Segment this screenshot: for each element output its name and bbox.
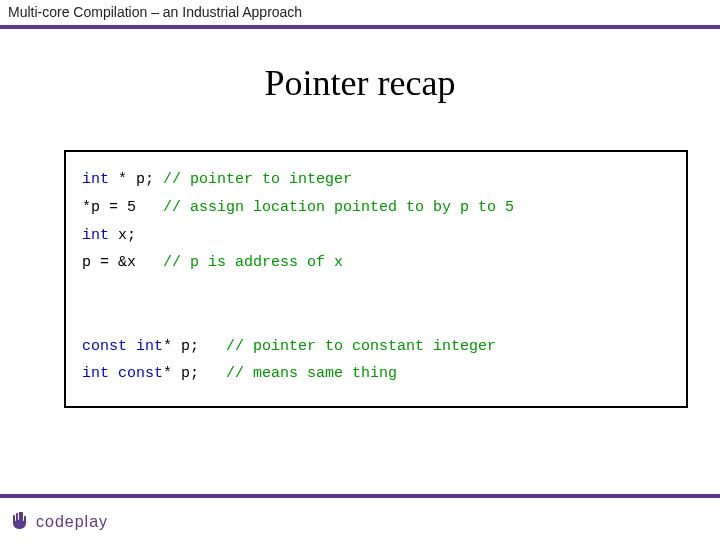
code-text: p = &x — [82, 254, 163, 271]
code-keyword: int — [82, 171, 109, 188]
code-text — [127, 338, 136, 355]
code-comment: // p is address of x — [163, 254, 343, 271]
logo: codeplay — [8, 510, 108, 534]
slide-header: Multi-core Compilation – an Industrial A… — [8, 4, 302, 20]
code-text: * p; — [109, 171, 163, 188]
slide: Multi-core Compilation – an Industrial A… — [0, 0, 720, 540]
code-comment: // means same thing — [226, 365, 397, 382]
slide-title: Pointer recap — [0, 62, 720, 104]
code-text — [109, 365, 118, 382]
code-comment: // assign location pointed to by p to 5 — [163, 199, 514, 216]
logo-text: codeplay — [36, 513, 108, 531]
code-text: x; — [109, 227, 136, 244]
hand-icon — [8, 510, 32, 534]
code-text: * p; — [163, 338, 226, 355]
code-comment: // pointer to integer — [163, 171, 352, 188]
code-comment: // pointer to constant integer — [226, 338, 496, 355]
code-keyword: const — [118, 365, 163, 382]
code-keyword: int — [136, 338, 163, 355]
footer-rule — [0, 494, 720, 498]
header-rule — [0, 25, 720, 29]
code-text: * p; — [163, 365, 226, 382]
code-box: int * p; // pointer to integer *p = 5 //… — [64, 150, 688, 408]
code-keyword: int — [82, 365, 109, 382]
code-text: *p = 5 — [82, 199, 163, 216]
code-keyword: int — [82, 227, 109, 244]
code-keyword: const — [82, 338, 127, 355]
